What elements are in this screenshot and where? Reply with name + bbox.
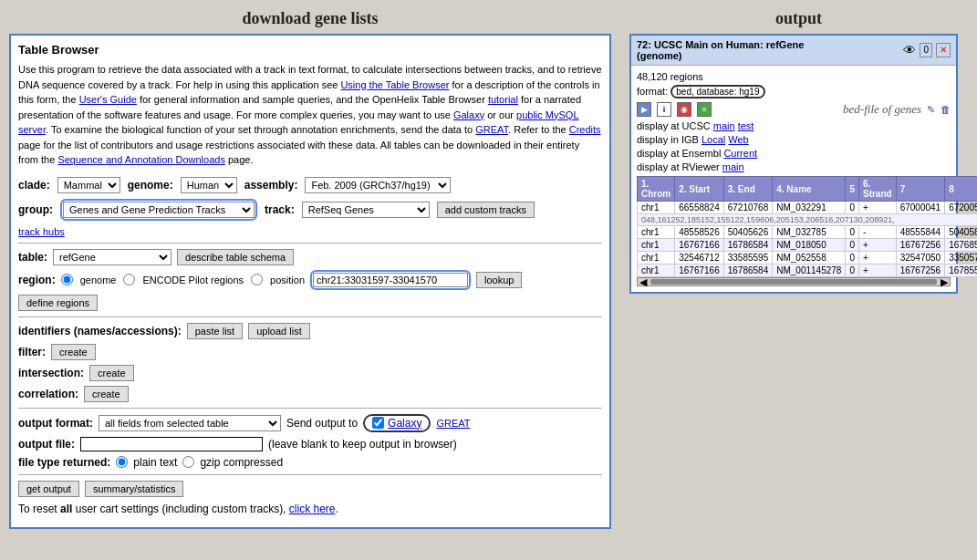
get-output-row: get output summary/statistics (18, 481, 602, 497)
output-file-hint: (leave blank to keep output in browser) (268, 438, 457, 451)
output-body: 48,120 regions format: bed, database: hg… (631, 66, 956, 292)
using-table-browser-link[interactable]: Using the Table Browser (340, 79, 449, 90)
table-row: chr16655882467210768NM_0322910+670000416… (638, 202, 978, 214)
group-select[interactable]: Genes and Gene Prediction Tracks (63, 202, 255, 218)
credits-link[interactable]: Credits (569, 124, 601, 135)
filter-create-button[interactable]: create (51, 344, 96, 360)
format-text: format: (637, 86, 668, 97)
reset-link[interactable]: click here (289, 503, 336, 515)
table-row: chr11676716616786584NM_0180500+167672561… (638, 239, 978, 252)
track-label: track: (265, 203, 295, 216)
table-cell: 32547050 (896, 252, 945, 264)
horizontal-scrollbar[interactable]: ◀ ▶ (637, 277, 951, 286)
film-icon: ▶ (637, 102, 651, 117)
paste-list-button[interactable]: paste list (187, 323, 243, 339)
position-outline: chr21:33031597-33041570 (310, 270, 471, 290)
table-cell: 0 (846, 252, 859, 264)
delete-icon[interactable]: 🗑 (941, 104, 951, 115)
ucsc-main-link[interactable]: main (713, 120, 735, 131)
intersection-create-button[interactable]: create (89, 365, 134, 381)
gzip-radio[interactable] (182, 456, 194, 468)
intro-text: Use this program to retrieve the data as… (18, 62, 602, 168)
clade-select[interactable]: Mammal (57, 177, 120, 193)
table-cell: 16767256 (896, 239, 945, 252)
great-link-output[interactable]: GREAT (436, 418, 470, 429)
output-panel: 72: UCSC Main on Human: refGene(genome) … (629, 34, 958, 294)
table-cell: 167855 (945, 264, 977, 277)
clade-label: clade: (18, 179, 50, 192)
edit-icon[interactable]: ✎ (927, 104, 935, 116)
region-row: region: genome ENCODE Pilot regions posi… (18, 270, 602, 290)
table-cell: 167685 (945, 239, 977, 252)
table-header-row: 1. Chrom 2. Start 3. End 4. Name 5 6. St… (638, 177, 978, 202)
summary-statistics-button[interactable]: summary/statistics (85, 481, 183, 497)
seq-downloads-link[interactable]: Sequence and Annotation Downloads (57, 154, 224, 165)
galaxy-checkbox[interactable] (372, 417, 384, 429)
table-cell: 0 (846, 264, 859, 277)
scroll-left[interactable]: ◀ (639, 276, 647, 288)
output-header: 72: UCSC Main on Human: refGene(genome) … (631, 36, 956, 66)
table-cell: 335057 (945, 252, 977, 264)
track-select[interactable]: RefSeq Genes (302, 202, 430, 218)
table-cell: 33585595 (723, 252, 773, 264)
table-cell: 0 (846, 202, 859, 214)
table-select[interactable]: refGene (53, 249, 171, 265)
table-label: table: (18, 251, 47, 264)
col-start: 2. Start (675, 177, 724, 202)
table-cell: - (858, 226, 896, 239)
add-custom-tracks-button[interactable]: add custom tracks (437, 202, 535, 218)
upload-list-button[interactable]: upload list (248, 323, 310, 339)
close-icon[interactable]: ✕ (936, 43, 951, 57)
output-file-input[interactable] (80, 437, 263, 451)
eye-icon: 👁 (903, 43, 916, 57)
galaxy-link[interactable]: Galaxy (453, 109, 484, 120)
table-cell: chr1 (638, 239, 675, 252)
display-rviewer: display at RViewer main (637, 161, 951, 172)
output-format-label: output format: (18, 417, 93, 430)
col-8: 8 (945, 177, 977, 202)
gzip-label: gzip compressed (200, 456, 283, 469)
plain-text-radio[interactable] (116, 456, 128, 468)
track-hubs-link[interactable]: track hubs (18, 226, 65, 237)
assembly-label: assembly: (244, 179, 298, 192)
info-icon[interactable]: i (657, 102, 671, 117)
rviewer-main-link[interactable]: main (722, 161, 744, 172)
format-line: format: bed, database: hg19 (637, 85, 951, 99)
scroll-track (650, 279, 937, 285)
define-regions-button[interactable]: define regions (18, 295, 98, 311)
correlation-create-button[interactable]: create (84, 386, 129, 402)
table-cell: 48555844 (896, 226, 945, 239)
table-cell: 48558526 (675, 226, 724, 239)
intersection-row: intersection: create (18, 365, 602, 381)
track-hubs-row: track hubs (18, 226, 602, 237)
users-guide-link[interactable]: User's Guide (79, 94, 137, 105)
region-position-radio[interactable] (251, 274, 263, 285)
assembly-select[interactable]: Feb. 2009 (GRCh37/hg19) (305, 177, 451, 193)
table-cell: NM_052558 (773, 252, 846, 264)
file-type-row: file type returned: plain text gzip comp… (18, 456, 602, 469)
output-format-select[interactable]: all fields from selected table (99, 415, 281, 431)
lookup-button[interactable]: lookup (476, 272, 522, 288)
region-position-label: position (270, 275, 305, 285)
minimize-icon[interactable]: 0 (920, 43, 932, 57)
galaxy-link-output[interactable]: Galaxy (388, 417, 421, 430)
region-radio-group: genome ENCODE Pilot regions position (61, 274, 305, 285)
describe-schema-button[interactable]: describe table schema (177, 249, 294, 265)
igb-local-link[interactable]: Local (702, 134, 725, 145)
tutorial-link[interactable]: tutorial (488, 94, 518, 105)
define-regions-row: define regions (18, 295, 602, 311)
database-icon: ◉ (677, 102, 691, 117)
region-encode-radio[interactable] (123, 274, 135, 285)
ucsc-test-link[interactable]: test (738, 120, 754, 131)
igb-web-link[interactable]: Web (728, 134, 748, 145)
great-link[interactable]: GREAT (475, 124, 508, 135)
position-input[interactable]: chr21:33031597-33041570 (313, 273, 468, 287)
intersection-label: intersection: (18, 367, 84, 379)
ensembl-current-link[interactable]: Current (723, 148, 757, 159)
region-genome-radio[interactable] (61, 274, 73, 285)
genome-select[interactable]: Human (181, 177, 237, 193)
group-label: group: (18, 203, 53, 216)
scroll-right[interactable]: ▶ (941, 276, 948, 288)
output-header-icons: 👁 0 ✕ (903, 43, 951, 57)
get-output-button[interactable]: get output (18, 481, 79, 497)
